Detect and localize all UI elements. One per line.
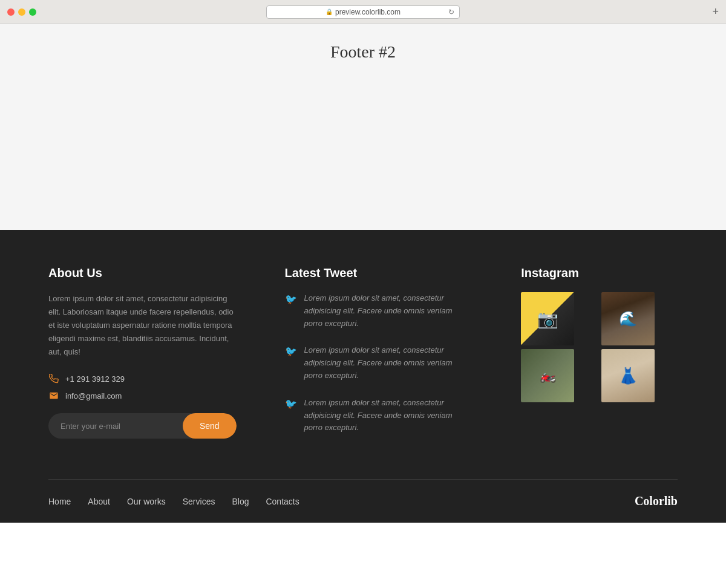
minimize-button[interactable] (18, 8, 25, 16)
instagram-column: Instagram (521, 266, 678, 449)
traffic-lights (7, 8, 36, 16)
phone-number: +1 291 3912 329 (65, 374, 125, 384)
nav-link-home[interactable]: Home (48, 497, 71, 506)
nav-link-services[interactable]: Services (183, 497, 215, 506)
browser-chrome: 🔒 preview.colorlib.com ↻ + (0, 0, 726, 24)
nav-link-our-works[interactable]: Our works (127, 497, 166, 506)
tweet-item-2: 🐦 Lorem ipsum dolor sit amet, consectetu… (285, 344, 473, 382)
brand-name: Colorlib (635, 494, 678, 508)
tweet-text-3: Lorem ipsum dolor sit amet, consectetur … (304, 397, 473, 434)
lock-icon: 🔒 (325, 8, 333, 15)
mail-icon (48, 390, 59, 401)
address-bar[interactable]: 🔒 preview.colorlib.com ↻ (266, 5, 460, 19)
email-contact: info@gmail.com (48, 390, 237, 401)
instagram-image-1[interactable] (521, 292, 574, 345)
twitter-icon-1: 🐦 (285, 293, 297, 330)
send-button[interactable]: Send (183, 413, 237, 439)
instagram-grid (521, 292, 678, 402)
nav-link-about[interactable]: About (88, 497, 110, 506)
instagram-image-2[interactable] (601, 292, 655, 345)
tweet-text-1: Lorem ipsum dolor sit amet, consectetur … (304, 292, 473, 330)
tweet-title: Latest Tweet (285, 266, 473, 280)
about-title: About Us (48, 266, 237, 280)
new-tab-button[interactable]: + (712, 5, 719, 18)
instagram-title: Instagram (521, 266, 678, 280)
about-column: About Us Lorem ipsum dolor sit amet, con… (48, 266, 237, 449)
footer-bottom: Home About Our works Services Blog Conta… (48, 479, 678, 523)
url-text: preview.colorlib.com (335, 8, 401, 16)
phone-icon (48, 373, 59, 384)
twitter-icon-2: 🐦 (285, 345, 297, 382)
email-address: info@gmail.com (65, 391, 122, 400)
nav-link-blog[interactable]: Blog (232, 497, 249, 506)
email-input[interactable] (48, 413, 183, 439)
close-button[interactable] (7, 8, 15, 16)
tweet-item-1: 🐦 Lorem ipsum dolor sit amet, consectetu… (285, 292, 473, 330)
tweet-column: Latest Tweet 🐦 Lorem ipsum dolor sit ame… (285, 266, 473, 449)
nav-link-contacts[interactable]: Contacts (266, 497, 299, 506)
instagram-image-4[interactable] (601, 349, 655, 402)
footer-nav: Home About Our works Services Blog Conta… (48, 497, 299, 506)
about-description: Lorem ipsum dolor sit amet, consectetur … (48, 292, 237, 359)
main-content-area: Footer #2 (0, 24, 726, 230)
tweet-item-3: 🐦 Lorem ipsum dolor sit amet, consectetu… (285, 397, 473, 434)
twitter-icon-3: 🐦 (285, 398, 297, 434)
tweet-text-2: Lorem ipsum dolor sit amet, consectetur … (304, 344, 473, 382)
refresh-icon[interactable]: ↻ (448, 8, 454, 16)
footer: About Us Lorem ipsum dolor sit amet, con… (0, 230, 726, 523)
instagram-image-3[interactable] (521, 349, 574, 402)
phone-contact: +1 291 3912 329 (48, 373, 237, 384)
newsletter-form: Send (48, 413, 237, 439)
footer-top: About Us Lorem ipsum dolor sit amet, con… (48, 266, 678, 479)
page-title: Footer #2 (330, 42, 396, 62)
maximize-button[interactable] (29, 8, 36, 16)
